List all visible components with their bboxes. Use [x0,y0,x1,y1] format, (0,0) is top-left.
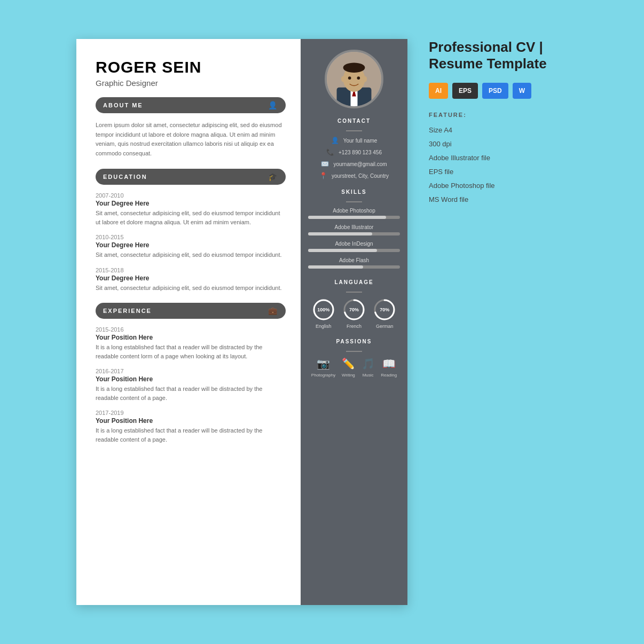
education-section: 2007-2010 Your Degree Here Sit amet, con… [96,192,286,292]
language-circles: 100% English 70% French [308,298,400,329]
cv-right-panel: CONTACT 👤 Your full name 📞 +123 890 123 … [301,39,407,605]
language-divider [346,292,362,293]
about-text: Lorem ipsum dolor sit amet, consectetur … [96,121,286,158]
lang-german-circle: 70% [373,298,396,321]
edu-entry-3: 2015-2018 Your Degree Here Sit amet, con… [96,267,286,293]
skill-bar-fill-2 [308,232,372,235]
experience-section-header: EXPERIENCE 💼 [96,303,286,319]
lang-german-pct: 70% [380,307,389,312]
edu-desc-3: Sit amet, consectetur adipisicing elit, … [96,284,286,293]
exp-position-3: Your Position Here [96,417,286,425]
skill-bar-bg-4 [308,265,400,269]
lang-english-label: English [316,324,332,329]
edu-degree-1: Your Degree Here [96,200,286,207]
briefcase-icon: 💼 [268,307,278,315]
book-icon: 📖 [382,357,396,370]
exp-year-3: 2017-2019 [96,410,286,416]
feature-item-6: MS Word file [429,193,568,207]
camera-icon: 📷 [317,357,330,370]
skills-divider [346,201,362,202]
badge-eps: EPS [452,83,478,99]
location-icon: 📍 [319,172,327,179]
edu-degree-3: Your Degree Here [96,274,286,282]
language-heading: LANGUAGE [308,279,400,285]
skill-label-2: Adobe Illustrator [308,224,400,230]
cv-name: ROGER SEIN [96,58,286,76]
exp-position-1: Your Position Here [96,334,286,341]
exp-desc-1: It is a long established fact that a rea… [96,343,286,360]
exp-position-2: Your Position Here [96,375,286,383]
passion-writing: ✏️ Writing [342,357,355,378]
svg-point-5 [343,62,365,73]
passion-photography: 📷 Photography [311,357,335,378]
experience-section: 2015-2016 Your Position Here It is a lon… [96,326,286,444]
exp-entry-3: 2017-2019 Your Position Here It is a lon… [96,410,286,444]
badge-w: W [513,83,531,99]
contact-phone: +123 890 123 456 [339,150,382,155]
education-section-header: EDUCATION 🎓 [96,169,286,185]
lang-french: 70% French [342,298,366,329]
edu-degree-2: Your Degree Here [96,241,286,249]
skill-bar-fill-1 [308,216,386,219]
exp-desc-2: It is a long established fact that a rea… [96,384,286,402]
edu-desc-1: Sit amet, consectetur adipisicing elit, … [96,209,286,226]
lang-french-pct: 70% [349,307,359,312]
passion-music-label: Music [363,373,374,378]
avatar [325,50,383,108]
exp-desc-3: It is a long established fact that a rea… [96,426,286,444]
exp-year-1: 2015-2016 [96,326,286,333]
svg-point-8 [348,76,351,80]
exp-year-2: 2016-2017 [96,368,286,374]
skill-label-3: Adobe InDesign [308,241,400,247]
feature-item-2: 300 dpi [429,137,568,151]
contact-name-item: 👤 Your full name [331,137,378,144]
passion-music: 🎵 Music [362,357,375,378]
lang-english-pct: 100% [317,307,329,312]
passion-writing-label: Writing [342,373,355,378]
person-contact-icon: 👤 [331,137,339,144]
cv-left-panel: ROGER SEIN Graphic Designer ABOUT ME 👤 L… [76,39,301,605]
lang-english-circle: 100% [312,298,335,321]
lang-english: 100% English [312,298,335,329]
skill-bar-bg-2 [308,232,400,235]
svg-point-6 [341,76,345,82]
exp-entry-2: 2016-2017 Your Position Here It is a lon… [96,368,286,402]
edu-year-2: 2010-2015 [96,234,286,240]
edu-desc-2: Sit amet, consectetur adipisicing elit, … [96,250,286,260]
lang-german-label: German [376,324,394,329]
phone-icon: 📞 [326,148,334,156]
feature-item-5: Adobe Photoshop file [429,179,568,193]
skill-bar-bg-3 [308,249,400,252]
skill-bar-fill-4 [308,265,363,269]
exp-entry-1: 2015-2016 Your Position Here It is a lon… [96,326,286,360]
contact-email-item: ✉️ yourname@gmail.com [321,160,387,168]
education-heading: EDUCATION [103,174,147,180]
feature-item-1: Size A4 [429,123,568,137]
edu-year-1: 2007-2010 [96,192,286,199]
passion-reading-label: Reading [381,373,397,378]
cv-last-name: SEIN [162,58,201,76]
skill-bar-fill-3 [308,249,377,252]
feature-item-4: EPS file [429,165,568,179]
music-icon: 🎵 [362,357,375,370]
format-badges: AI EPS PSD W [429,83,568,99]
email-icon: ✉️ [321,160,329,168]
skill-label-1: Adobe Photoshop [308,208,400,214]
feature-list: Size A4 300 dpi Adobe Illustrator file E… [429,123,568,207]
passion-photography-label: Photography [311,373,335,378]
language-section: LANGUAGE 100% English [308,279,400,333]
cv-title: Graphic Designer [96,78,286,88]
contact-phone-item: 📞 +123 890 123 456 [326,148,382,156]
contact-address-item: 📍 yourstreet, City, Country [319,172,389,179]
graduation-icon: 🎓 [268,172,278,181]
about-heading: ABOUT ME [103,102,143,108]
pen-icon: ✏️ [342,357,355,370]
edu-entry-2: 2010-2015 Your Degree Here Sit amet, con… [96,234,286,260]
contact-address: yourstreet, City, Country [332,173,389,179]
lang-french-circle: 70% [342,298,366,321]
person-icon: 👤 [268,101,278,109]
skills-heading: SKILLS [308,189,400,195]
contact-email: yourname@gmail.com [333,161,387,167]
lang-french-label: French [347,324,362,329]
outer-container: ROGER SEIN Graphic Designer ABOUT ME 👤 L… [76,39,568,605]
